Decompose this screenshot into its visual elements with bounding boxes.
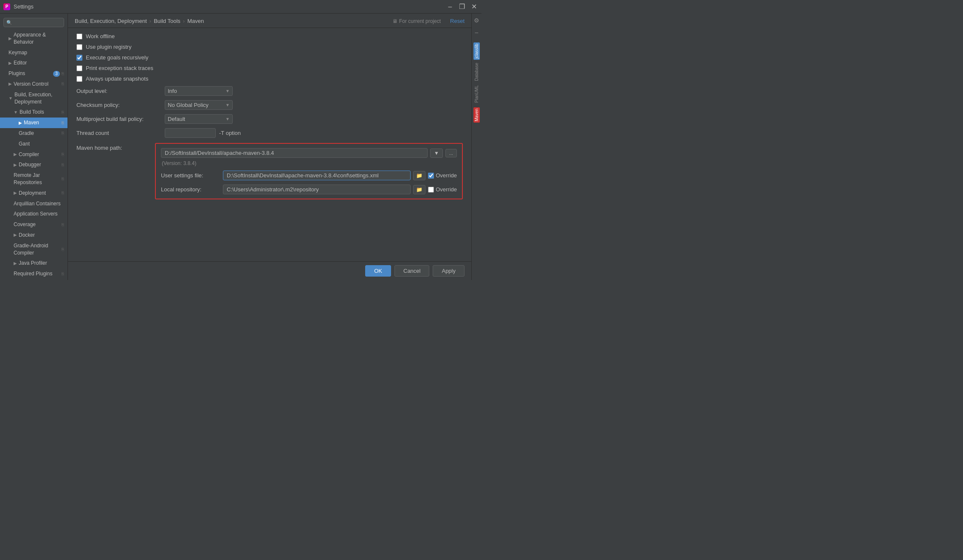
sidebar-item-remote-jar[interactable]: Remote Jar Repositories ⎘ [0, 170, 68, 188]
sidebar-item-label: Appearance & Behavior [14, 31, 64, 46]
sidebar-item-docker[interactable]: ▶ Docker [0, 230, 68, 241]
user-settings-override-label[interactable]: Override [436, 172, 457, 179]
maven-home-dropdown-btn[interactable]: ▼ [430, 148, 443, 158]
sidebar-item-gant[interactable]: Gant [0, 139, 68, 149]
sidebar-item-plugins[interactable]: Plugins 3 ⎘ [0, 68, 68, 79]
use-plugin-registry-row: Use plugin registry [76, 44, 463, 50]
sidebar-item-debugger[interactable]: ▶ Debugger ⎘ [0, 160, 68, 170]
window-controls: – ❐ ✕ [446, 3, 478, 11]
breadcrumb-build[interactable]: Build, Execution, Deployment [75, 18, 147, 24]
maximize-button[interactable]: ❐ [458, 3, 466, 11]
copy-icon: ⎘ [62, 176, 64, 182]
minimize-button[interactable]: – [446, 3, 454, 11]
tab-database[interactable]: Database [473, 62, 480, 82]
expand-arrow: ▶ [14, 162, 17, 168]
ok-button[interactable]: OK [365, 265, 391, 277]
bottom-bar: OK Cancel Apply [68, 261, 471, 280]
sidebar-item-arquillian[interactable]: Arquillian Containers [0, 199, 68, 209]
copy-icon: ⎘ [62, 120, 64, 126]
sidebar-item-label: Remote Jar Repositories [14, 172, 60, 186]
apply-button[interactable]: Apply [433, 265, 465, 277]
for-project-label: For current project [399, 18, 441, 24]
expand-arrow: ▶ [14, 190, 17, 196]
t-option-label: -T option [219, 130, 241, 136]
always-update-checkbox[interactable] [76, 76, 82, 82]
checksum-policy-label: Checksum policy: [76, 102, 161, 108]
sidebar-item-maven[interactable]: ▶ Maven ⎘ [0, 118, 68, 128]
use-plugin-registry-label[interactable]: Use plugin registry [86, 44, 132, 50]
sidebar-item-editor[interactable]: ▶ Editor [0, 58, 68, 68]
sidebar-item-label: Gant [19, 140, 30, 148]
sidebar-item-label: Deployment [19, 190, 46, 197]
sidebar-item-build-tools[interactable]: ▼ Build Tools ⎘ [0, 107, 68, 118]
local-repo-browse-button[interactable]: 📁 [413, 185, 425, 194]
reset-button[interactable]: Reset [450, 18, 465, 24]
user-settings-override-check[interactable]: Override [428, 172, 457, 179]
local-repo-override-check[interactable]: Override [428, 186, 457, 193]
sidebar-item-keymap[interactable]: Keymap [0, 48, 68, 58]
sidebar-item-label: Gradle [19, 130, 34, 137]
sidebar-item-version-control[interactable]: ▶ Version Control ⎘ [0, 79, 68, 90]
multiproject-policy-select-input[interactable]: Default At End Never Always [168, 116, 222, 122]
user-settings-input[interactable] [223, 171, 411, 180]
breadcrumb-build-tools[interactable]: Build Tools [154, 18, 180, 24]
search-input[interactable] [14, 20, 61, 25]
use-plugin-registry-checkbox[interactable] [76, 44, 82, 50]
local-repo-label: Local repository: [161, 186, 220, 193]
tab-jclasslib[interactable]: jclasslib [473, 42, 480, 60]
sidebar-item-deployment[interactable]: ▶ Deployment ⎘ [0, 188, 68, 199]
print-exception-checkbox[interactable] [76, 65, 82, 71]
execute-goals-label[interactable]: Execute goals recursively [86, 54, 148, 61]
multiproject-policy-label: Multiproject build fail policy: [76, 116, 161, 122]
sidebar-item-gradle-android[interactable]: Gradle-Android Compiler ⎘ [0, 241, 68, 258]
maven-home-label: Maven home path: [76, 143, 155, 151]
sidebar-item-trusted-locations[interactable]: Trusted Locations [0, 279, 68, 280]
thread-count-row: Thread count -T option [76, 128, 463, 138]
sidebar-item-java-profiler[interactable]: ▶ Java Profiler [0, 258, 68, 269]
sidebar-item-appearance[interactable]: ▶ Appearance & Behavior [0, 30, 68, 48]
sidebar-item-build-execution[interactable]: ▼ Build, Execution, Deployment [0, 90, 68, 107]
sidebar-item-label: Docker [19, 232, 35, 239]
sidebar-item-gradle[interactable]: Gradle ⎘ [0, 128, 68, 139]
user-settings-label: User settings file: [161, 172, 220, 179]
maven-home-input[interactable] [161, 148, 428, 158]
work-offline-label[interactable]: Work offline [86, 33, 115, 39]
maven-home-browse-button[interactable]: ... [445, 149, 457, 157]
search-box[interactable]: 🔍 [3, 18, 64, 27]
checksum-policy-select[interactable]: No Global Policy Strict Lax ▼ [165, 100, 233, 110]
minus-icon[interactable]: – [473, 27, 480, 37]
thread-count-input[interactable] [165, 128, 216, 138]
output-level-select-input[interactable]: Info Debug Warn Error [168, 88, 222, 94]
sidebar-item-label: Arquillian Containers [14, 200, 61, 207]
local-repo-override-checkbox[interactable] [428, 187, 434, 193]
gear-icon[interactable]: ⚙ [472, 15, 481, 25]
execute-goals-row: Execute goals recursively [76, 54, 463, 61]
copy-icon: ⎘ [62, 222, 64, 228]
execute-goals-checkbox[interactable] [76, 55, 82, 61]
tab-planuml[interactable]: PlanUML [473, 84, 480, 104]
cancel-button[interactable]: Cancel [394, 265, 429, 277]
user-settings-override-checkbox[interactable] [428, 173, 434, 179]
local-repo-input[interactable] [223, 185, 411, 194]
multiproject-policy-select[interactable]: Default At End Never Always ▼ [165, 114, 233, 124]
window-title: Settings [14, 3, 446, 10]
sidebar-item-app-servers[interactable]: Application Servers [0, 209, 68, 219]
sidebar-item-coverage[interactable]: Coverage ⎘ [0, 219, 68, 230]
sidebar-item-label: Version Control [14, 81, 48, 88]
output-level-select[interactable]: Info Debug Warn Error ▼ [165, 86, 233, 96]
user-settings-browse-button[interactable]: 📁 [413, 171, 425, 180]
work-offline-checkbox[interactable] [76, 34, 82, 39]
breadcrumb: Build, Execution, Deployment › Build Too… [68, 14, 471, 28]
user-settings-row: User settings file: 📁 Override [161, 171, 457, 180]
checksum-policy-select-input[interactable]: No Global Policy Strict Lax [168, 102, 222, 108]
copy-icon: ⎘ [62, 151, 64, 157]
title-bar: P Settings – ❐ ✕ [0, 0, 482, 14]
settings-form: Work offline Use plugin registry Execute… [68, 28, 471, 261]
tab-maven[interactable]: Maven [473, 107, 480, 123]
close-button[interactable]: ✕ [470, 3, 478, 11]
print-exception-label[interactable]: Print exception stack traces [86, 65, 153, 71]
local-repo-override-label[interactable]: Override [436, 186, 457, 193]
sidebar-item-compiler[interactable]: ▶ Compiler ⎘ [0, 149, 68, 160]
sidebar-item-required-plugins[interactable]: Required Plugins ⎘ [0, 269, 68, 279]
always-update-label[interactable]: Always update snapshots [86, 76, 148, 82]
